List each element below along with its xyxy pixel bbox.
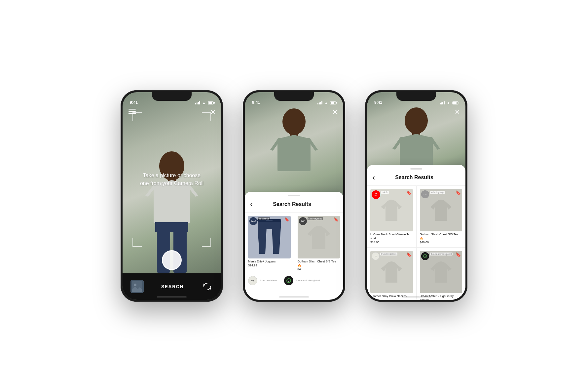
product-info-uniqlo: U Crew Neck Short-Sleeve T-shirt $14.90 [370,233,413,244]
trueclassic-seller-name: trueclassictees [380,253,397,255]
product-card-tee2[interactable]: SAT saturdaysnyc 🔖 Gotham Slash Chest S/… [294,213,344,274]
svg-rect-7 [129,109,136,110]
product-price-joggers: $94.99 [248,264,276,267]
wifi-icon: ▲ [202,101,206,105]
svg-text:UNI: UNI [375,192,377,194]
seller-label-thousand: thousandmilesglobal [296,276,320,285]
product-price-thousand: $29.00 [420,298,462,300]
back-button-2[interactable]: ‹ [250,200,253,209]
product-card-uniqlo[interactable]: UNI QLO uniqlo 🔖 U Crew Neck Short [367,186,416,247]
product-card-trueclassic[interactable]: TC trueclassictees 🔖 Heather Gray Crew N… [367,248,416,300]
seller-badge-sat2: SAT [299,217,307,225]
bookmark-uniqlo[interactable]: 🔖 [406,190,412,195]
product-image-tee2: SAT saturdaysnyc 🔖 [298,216,340,258]
phone3-notch [396,92,436,101]
svg-text:+: + [288,280,289,282]
svg-text:TC: TC [251,280,254,282]
svg-rect-17 [277,138,311,171]
phone1-wrapper: 9:41 ▲ [121,90,223,302]
product-info-joggers: Men's Elite+ Joggers $94.99 [248,260,291,267]
product-image-uniqlo: UNI QLO uniqlo 🔖 [370,189,413,232]
home-indicator-3 [401,296,431,297]
signal-icon-2 [317,101,322,104]
person-figure-2 [264,107,324,199]
thousand-badge: + [421,252,429,260]
joggers-image [256,219,282,255]
trueclassic-logo: TC [248,276,257,285]
product-image-saturdays: SAT saturdaysnyc 🔖 [420,189,462,232]
svg-text:QLO: QLO [375,194,378,196]
close-button-2[interactable]: ✕ [332,109,338,115]
svg-text:TC: TC [375,255,377,257]
sheet-title-2: Search Results [255,201,329,207]
corner-bracket-tr [202,112,211,121]
seller-label-true: trueclassicfees [260,276,277,285]
camera-flip-button[interactable] [201,281,213,293]
product-price-saturdays: $40.00 [420,241,462,244]
hamburger-icon [129,109,136,114]
svg-rect-3 [154,183,190,223]
product-card-thousand[interactable]: + thousandmilesglobal 🔖 Urban T-Shirt - … [417,248,466,300]
tshirt-thousand [428,259,454,285]
signal-icon-3 [440,101,445,104]
phone2-wrapper: 9:41 ▲ ✕ ‹ Search Results [243,90,345,302]
bookmark-trueclassic[interactable]: 🔖 [406,252,412,257]
search-label: SEARCH [161,284,184,289]
seller-avatar-true: TC [248,276,257,285]
gallery-thumbnail[interactable] [130,280,144,293]
tshirt-image-2 [304,222,334,252]
signal-icon [195,101,200,104]
seller-name-sat2: saturdaysnyc [308,217,323,220]
phone3-status-icons: ▲ [440,101,458,105]
bookmark-joggers[interactable]: 🔖 [284,217,289,222]
bookmark-tee2[interactable]: 🔖 [334,217,339,222]
svg-rect-6 [155,222,188,232]
wifi-icon-2: ▲ [324,101,328,105]
product-info-saturdays: Gotham Slash Chest S/S Tee 🔥 $40.00 [420,233,462,244]
wifi-icon-3: ▲ [447,101,450,105]
product-name-saturdays: Gotham Slash Chest S/S Tee 🔥 [420,233,462,240]
svg-rect-8 [129,111,136,112]
phone3-inner: 9:41 ▲ ✕ ‹ Search Results [367,92,465,300]
phone2-status-icons: ▲ [317,101,336,105]
phone3-wrapper: 9:41 ▲ ✕ ‹ Search Results [365,90,467,302]
product-card-joggers[interactable]: SALT saltbasics [245,213,294,274]
trueclassic-logo-badge: TC [372,252,379,260]
menu-icon[interactable] [129,109,136,116]
more-sellers-row: TC trueclassicfees + thousandmilesglobal [245,274,343,287]
phone1-time: 9:41 [130,100,138,105]
close-button-3[interactable]: ✕ [455,109,460,115]
product-price-uniqlo: $14.90 [370,241,413,244]
product-info-tee2: Gotham Slash Chest S/S Tee 🔥 $48 [298,260,340,271]
gallery-icon [130,280,144,293]
battery-icon-2 [330,101,336,104]
bookmark-thousand[interactable]: 🔖 [456,252,461,257]
battery-icon [208,101,214,104]
phone1-status-icons: ▲ [195,101,214,105]
phone2-inner: 9:41 ▲ ✕ ‹ Search Results [245,92,343,300]
uniqlo-badge: UNI QLO [372,190,380,199]
bookmark-saturdays[interactable]: 🔖 [456,190,461,195]
thousand-seller-name: thousandmilesglobal [430,253,453,255]
seller-name-salt: saltbasics [258,217,270,220]
svg-text:SAT: SAT [423,194,426,196]
search-results-sheet-3: ‹ Search Results UNI QLO [367,165,465,300]
tshirt-uniqlo [378,197,405,223]
camera-prompt: Take a picture or choose one from your C… [139,172,205,187]
phone2-time: 9:41 [252,100,260,105]
sheet-title-3: Search Results [378,175,451,180]
close-button-1[interactable]: ✕ [210,109,216,115]
sheet-header-3: ‹ Search Results [367,170,465,186]
saturdays-logo: SAT [421,190,429,198]
back-button-3[interactable]: ‹ [372,173,375,182]
phone2-notch [274,92,314,101]
products-grid-3: UNI QLO uniqlo 🔖 U Crew Neck Short [367,186,465,300]
product-card-saturdays[interactable]: SAT saturdaysnyc 🔖 Gotham Slash Chest S/… [417,186,466,247]
product-image-thousand: + thousandmilesglobal 🔖 [420,251,462,294]
shutter-button[interactable] [162,250,182,270]
thousand-logo: + [284,276,293,285]
battery-icon-3 [452,101,458,104]
products-grid-2: SALT saltbasics [245,213,343,274]
trueclassic-badge: TC [372,252,380,260]
svg-point-26 [405,107,428,134]
